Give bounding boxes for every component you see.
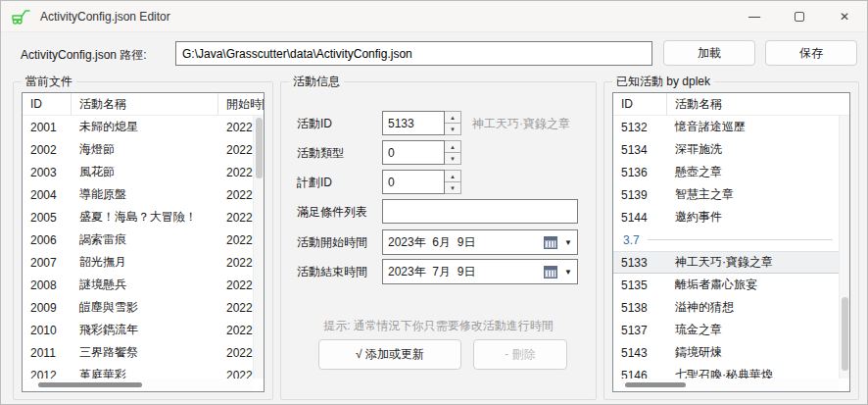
chevron-down-icon[interactable]: ▼: [561, 268, 575, 277]
table-cell: 邀約事件: [667, 209, 839, 226]
table-cell: 飛彩鐫流年: [72, 322, 218, 338]
current-file-title: 當前文件: [22, 74, 76, 90]
table-row-selected[interactable]: 5133神工天巧·寶錄之章: [613, 251, 839, 274]
table-row[interactable]: 2007韶光撫月2022: [23, 251, 253, 274]
table-row[interactable]: 2011三界路饗祭2022: [23, 341, 253, 364]
path-input[interactable]: [175, 41, 652, 66]
schedule-id-spinner[interactable]: 0 ▲ ▼: [382, 170, 461, 194]
start-time-value: 2023年 6月 9日: [383, 234, 544, 251]
table-cell: 2022: [218, 256, 253, 270]
table-row[interactable]: 5144邀約事件: [613, 206, 839, 228]
current-file-rows: 2001未歸的熄星20222002海燈節20222003風花節20222004導…: [23, 116, 253, 379]
table-cell: 2002: [23, 143, 72, 157]
table-cell: 2007: [23, 256, 72, 270]
table-row[interactable]: 2005盛夏！海島？大冒險！2022: [23, 206, 253, 228]
table-row[interactable]: 2012堇庭華彩2022: [23, 364, 253, 379]
table-header[interactable]: ID 活動名稱: [613, 93, 849, 116]
activity-id-annotation: 神工天巧·寶錄之章: [472, 116, 570, 132]
table-cell: 深罪施洗: [667, 141, 839, 158]
vertical-scrollbar[interactable]: [839, 116, 849, 379]
horizontal-scrollbar[interactable]: [23, 379, 253, 391]
app-window: ActivityConfig.json Editor — ✕ ActivityC…: [0, 0, 868, 405]
add-or-update-button[interactable]: √ 添加或更新: [318, 339, 461, 370]
column-header-name[interactable]: 活動名稱: [72, 93, 218, 115]
chevron-down-icon[interactable]: ▼: [561, 238, 575, 247]
column-header-id[interactable]: ID: [23, 93, 72, 115]
close-button[interactable]: ✕: [822, 1, 867, 32]
spin-up-icon[interactable]: ▲: [445, 111, 461, 124]
table-row[interactable]: 2003風花節2022: [23, 161, 253, 183]
table-row[interactable]: 2004導能原盤2022: [23, 183, 253, 206]
table-row[interactable]: 2006謁索雷痕2022: [23, 228, 253, 251]
scrollbar-thumb[interactable]: [38, 382, 142, 387]
table-cell: 三界路饗祭: [72, 344, 218, 361]
calendar-icon[interactable]: [544, 266, 557, 278]
table-cell: 5138: [613, 301, 667, 315]
table-cell: 2005: [23, 211, 72, 225]
activity-id-spinner[interactable]: 5133 ▲ ▼: [382, 111, 461, 135]
activity-type-spinner[interactable]: 0 ▲ ▼: [382, 140, 461, 165]
start-time-picker[interactable]: 2023年 6月 9日 ▼: [382, 229, 578, 255]
table-row[interactable]: 5146七聖召喚·秘典華煥: [613, 364, 839, 379]
table-cell: 2012: [23, 369, 72, 380]
load-button[interactable]: 加載: [663, 40, 755, 66]
table-row[interactable]: 5135離垢者肅心旅宴: [613, 274, 839, 296]
activity-type-value[interactable]: 0: [382, 140, 445, 165]
table-row[interactable]: 2002海燈節2022: [23, 138, 253, 161]
activity-id-value[interactable]: 5133: [382, 111, 445, 135]
table-row[interactable]: 2009皚塵與雪影2022: [23, 296, 253, 319]
vertical-scrollbar[interactable]: [253, 116, 264, 379]
calendar-icon[interactable]: [544, 236, 557, 249]
table-cell: 5132: [613, 121, 667, 134]
column-header-start[interactable]: 開始時間: [218, 93, 264, 115]
end-time-picker[interactable]: 2023年 7月 9日 ▼: [382, 259, 578, 284]
table-row[interactable]: 5137琉金之章: [613, 319, 839, 341]
spin-down-icon[interactable]: ▼: [445, 182, 461, 194]
activity-type-label: 活動類型: [297, 145, 344, 162]
condition-list-input[interactable]: [382, 199, 578, 224]
table-cell: 2022: [218, 166, 253, 179]
table-cell: 2022: [218, 301, 253, 315]
end-time-value: 2023年 7月 9日: [383, 264, 544, 280]
spin-up-icon[interactable]: ▲: [445, 140, 461, 153]
table-row[interactable]: 2001未歸的熄星2022: [23, 116, 253, 138]
known-activities-rows: 5132憶音諸途巡歷5134深罪施洗5136懸壺之章5139智慧主之章5144邀…: [613, 116, 839, 379]
schedule-id-value[interactable]: 0: [382, 170, 445, 194]
table-cell: 5133: [613, 256, 667, 270]
table-cell: 2006: [23, 233, 72, 247]
window-title: ActivityConfig.json Editor: [40, 10, 170, 24]
table-row[interactable]: 5134深罪施洗: [613, 138, 839, 161]
delete-button[interactable]: - 刪除: [473, 339, 567, 370]
horizontal-scrollbar[interactable]: [613, 379, 839, 391]
spin-down-icon[interactable]: ▼: [445, 153, 461, 165]
known-activities-table[interactable]: ID 活動名稱 5132憶音諸途巡歷5134深罪施洗5136懸壺之章5139智慧…: [612, 92, 850, 392]
scrollbar-thumb[interactable]: [256, 118, 263, 178]
table-cell: 2022: [218, 211, 253, 225]
spin-up-icon[interactable]: ▲: [445, 170, 461, 182]
end-time-label: 活動結束時間: [297, 264, 367, 280]
table-header[interactable]: ID 活動名稱 開始時間: [23, 93, 264, 116]
table-row[interactable]: 2008謎境懸兵2022: [23, 274, 253, 296]
table-cell: 5137: [613, 324, 667, 337]
table-cell: 2022: [218, 188, 253, 202]
table-row[interactable]: 5136懸壺之章: [613, 161, 839, 183]
table-cell: 憶音諸途巡歷: [667, 119, 839, 135]
table-cell: 5143: [613, 346, 667, 360]
hint-text: 提示: 通常情況下你只需要修改活動進行時間: [297, 318, 580, 334]
spin-down-icon[interactable]: ▼: [445, 124, 461, 135]
schedule-id-label: 計劃ID: [297, 175, 332, 191]
table-cell: 盛夏！海島？大冒險！: [72, 209, 218, 226]
column-header-name[interactable]: 活動名稱: [667, 93, 849, 115]
table-row[interactable]: 5143鑄境研煉: [613, 341, 839, 364]
column-header-id[interactable]: ID: [613, 93, 667, 115]
minimize-button[interactable]: —: [732, 1, 777, 32]
save-button[interactable]: 保存: [765, 40, 857, 66]
maximize-button[interactable]: [777, 1, 822, 32]
table-row[interactable]: 5139智慧主之章: [613, 183, 839, 206]
table-row[interactable]: 5132憶音諸途巡歷: [613, 116, 839, 138]
table-row[interactable]: 2010飛彩鐫流年2022: [23, 319, 253, 341]
current-file-table[interactable]: ID 活動名稱 開始時間 2001未歸的熄星20222002海燈節2022200…: [22, 92, 265, 392]
scrollbar-thumb[interactable]: [842, 297, 848, 371]
table-row[interactable]: 5138溢神的猜想: [613, 296, 839, 319]
scrollbar-thumb[interactable]: [625, 382, 686, 387]
